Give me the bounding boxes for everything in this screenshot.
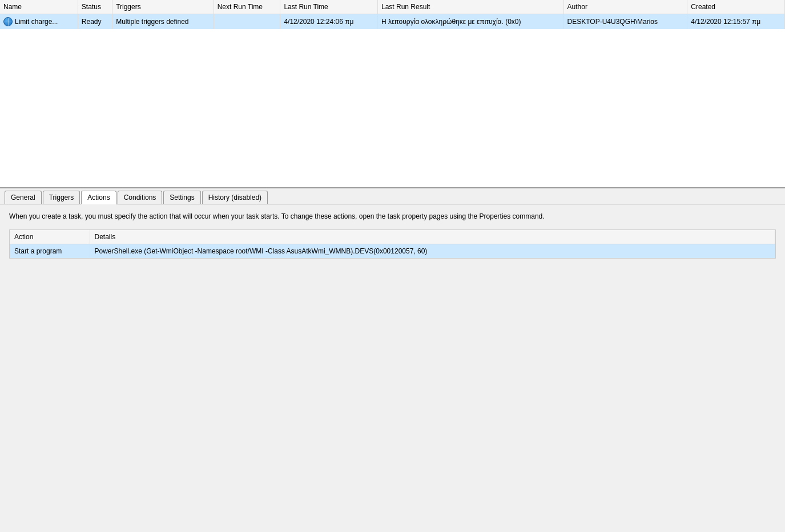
col-author[interactable]: Author: [563, 0, 687, 14]
task-triggers: Multiple triggers defined: [112, 14, 214, 30]
globe-icon: [3, 17, 13, 26]
tab-history[interactable]: History (disabled): [202, 191, 268, 204]
col-last-run-time[interactable]: Last Run Time: [280, 0, 378, 14]
actions-tab-content: When you create a task, you must specify…: [0, 204, 785, 532]
details-panel: General Triggers Actions Conditions Sett…: [0, 188, 785, 532]
action-details: PowerShell.exe (Get-WmiObject -Namespace…: [90, 244, 775, 259]
task-status: Ready: [78, 14, 112, 30]
task-author: DESKTOP-U4U3QGH\Marios: [563, 14, 687, 30]
col-next-run-time[interactable]: Next Run Time: [214, 0, 280, 14]
tab-triggers[interactable]: Triggers: [43, 191, 80, 204]
task-table-header-row: Name Status Triggers Next Run Time Last …: [0, 0, 785, 14]
task-table: Name Status Triggers Next Run Time Last …: [0, 0, 785, 29]
task-next-run: [214, 14, 280, 30]
actions-description: When you create a task, you must specify…: [9, 211, 776, 221]
tab-general[interactable]: General: [5, 191, 42, 204]
task-last-run: 4/12/2020 12:24:06 πμ: [280, 14, 378, 30]
col-name[interactable]: Name: [0, 0, 78, 14]
task-last-result: Η λειτουργία ολοκληρώθηκε με επιτυχία. (…: [377, 14, 563, 30]
task-name-text: Limit charge...: [15, 18, 58, 26]
col-status[interactable]: Status: [78, 0, 112, 14]
actions-col-action[interactable]: Action: [10, 230, 90, 244]
actions-header-row: Action Details: [10, 230, 775, 244]
tab-conditions[interactable]: Conditions: [118, 191, 163, 204]
action-type: Start a program: [10, 244, 90, 259]
action-row[interactable]: Start a program PowerShell.exe (Get-WmiO…: [10, 244, 775, 259]
actions-col-details[interactable]: Details: [90, 230, 775, 244]
actions-table: Action Details Start a program PowerShel…: [10, 230, 775, 258]
col-last-run-result[interactable]: Last Run Result: [377, 0, 563, 14]
task-name-cell: Limit charge...: [0, 14, 78, 30]
col-triggers[interactable]: Triggers: [112, 0, 214, 14]
tab-settings[interactable]: Settings: [163, 191, 200, 204]
task-row[interactable]: Limit charge... Ready Multiple triggers …: [0, 14, 785, 30]
actions-table-container: Action Details Start a program PowerShel…: [9, 229, 776, 259]
task-list-panel: Name Status Triggers Next Run Time Last …: [0, 0, 785, 188]
task-created: 4/12/2020 12:15:57 πμ: [687, 14, 785, 30]
tabs-bar: General Triggers Actions Conditions Sett…: [0, 188, 785, 204]
tab-actions[interactable]: Actions: [81, 191, 116, 204]
col-created[interactable]: Created: [687, 0, 785, 14]
